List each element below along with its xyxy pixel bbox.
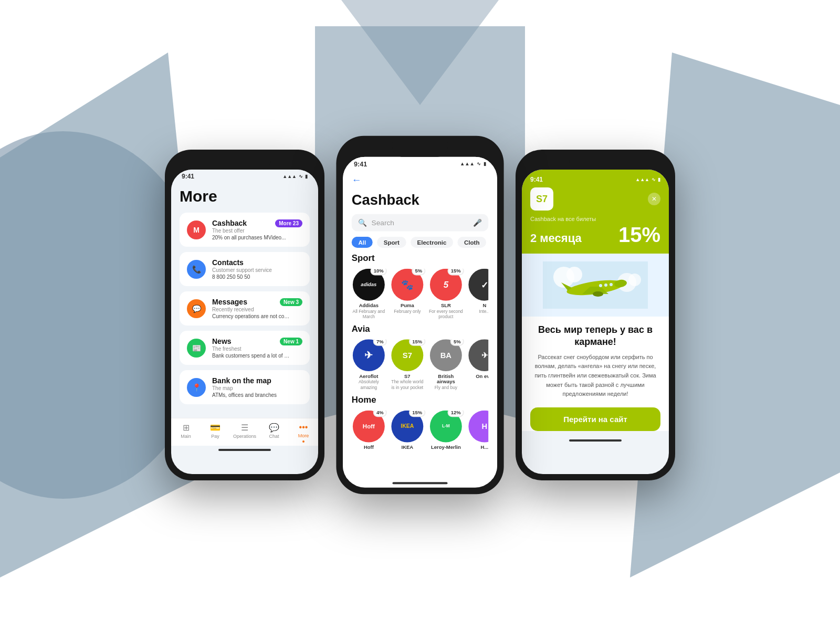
leroy-circle: L-M 12%	[430, 410, 462, 442]
cashback-content: ← Cashback 🔍 Search 🎤 All Sport Electron…	[343, 170, 497, 479]
nav-main[interactable]: ⊞ Main	[171, 423, 201, 443]
puma-item[interactable]: 🐾 5% Puma February only	[390, 269, 424, 320]
home-section: Home Hoff 4% Hoff	[343, 395, 497, 455]
back-button[interactable]: ←	[352, 174, 362, 186]
wifi-icon-3: ∿	[652, 177, 656, 182]
filter-sport[interactable]: Sport	[377, 237, 406, 248]
battery-icon-2: ▮	[484, 161, 486, 167]
s7-offer-row: 2 месяца 15%	[530, 224, 660, 245]
search-icon: 🔍	[358, 218, 367, 227]
contacts-card[interactable]: 📞 Contacts Customer support service 8 80…	[180, 252, 310, 286]
messages-desc: Currency operations are not conducte...	[212, 313, 291, 319]
british-percent: 5%	[450, 339, 464, 346]
nike-item[interactable]: ✓ N Inte...	[467, 269, 488, 320]
leroy-percent: 12%	[447, 410, 464, 417]
british-item[interactable]: BA 5% British airways Fly and buy	[429, 339, 463, 390]
home-indicator-2	[393, 482, 448, 484]
nav-pay[interactable]: 💳 Pay	[201, 423, 230, 443]
search-placeholder: Search	[372, 218, 469, 227]
bank-map-card[interactable]: 📍 Bank on the map The map ATMs, offices …	[180, 370, 310, 404]
cashback-desc: 20% on all purchases MVideo...	[212, 235, 291, 240]
other-home-item[interactable]: H H...	[467, 410, 488, 450]
s7-header: 9:41 ▲▲▲ ∿ ▮ S7 ✕ Cashback на все билеты…	[522, 170, 669, 254]
status-icons-1: ▲▲▲ ∿ ▮	[282, 174, 308, 179]
s7-top-bar: S7 ✕	[530, 187, 660, 211]
other-avia-item[interactable]: ✈ On ev...	[467, 339, 488, 390]
svg-point-13	[599, 284, 602, 287]
signal-icon-3: ▲▲▲	[635, 177, 649, 182]
s7-item[interactable]: S7 15% S7 The whole world is in your poc…	[390, 339, 424, 390]
search-bar[interactable]: 🔍 Search 🎤	[352, 214, 488, 232]
s7-cta-button[interactable]: Перейти на сайт	[530, 407, 660, 431]
news-label: News	[212, 337, 232, 345]
avia-section: Avia ✈ 7% Aeroflot Absolutely amazing	[343, 324, 497, 395]
other-home-name: H...	[480, 445, 488, 450]
cashback-text: Cashback More 23 The best offer 20% on a…	[212, 219, 302, 240]
slr-name: SLR	[441, 303, 451, 309]
more-label: More	[298, 433, 309, 438]
ikea-circle: IKEA 15%	[391, 410, 423, 442]
aeroflot-name: Aeroflot	[359, 373, 378, 379]
bank-map-icon: 📍	[187, 378, 206, 397]
mic-icon: 🎤	[473, 218, 482, 227]
filter-cloth[interactable]: Cloth	[457, 237, 486, 248]
home-indicator-3	[569, 439, 622, 442]
close-button[interactable]: ✕	[648, 193, 660, 205]
sport-section: Sport adidas 10% Addidas All February an…	[343, 253, 497, 324]
leroy-item[interactable]: L-M 12% Leroy-Merlin	[429, 410, 463, 450]
filter-all[interactable]: All	[352, 237, 373, 248]
s7-percent-display: 15%	[618, 224, 660, 245]
bank-map-subtitle: The map	[212, 385, 302, 391]
ikea-percent: 15%	[409, 410, 426, 417]
pay-label: Pay	[211, 434, 219, 439]
news-subtitle: The freshest	[212, 346, 302, 352]
news-card[interactable]: 📰 News New 1 The freshest Bank customers…	[180, 331, 310, 365]
filter-electronic[interactable]: Electronic	[411, 237, 453, 248]
cashback-card[interactable]: M Cashback More 23 The best offer 20% on…	[180, 213, 310, 247]
puma-name: Puma	[401, 303, 414, 309]
messages-card[interactable]: 💬 Messages New 3 Recently received Curre…	[180, 291, 310, 326]
s7-logo: S7	[530, 187, 553, 211]
phone-more: 9:41 ▲▲▲ ∿ ▮ More M Cashback	[165, 150, 324, 480]
leroy-name: Leroy-Merlin	[431, 445, 461, 450]
slr-item[interactable]: 5 15% SLR For every second product	[429, 269, 463, 320]
notch-1	[218, 156, 271, 170]
contacts-desc: 8 800 250 50 50	[212, 274, 291, 280]
plane-illustration	[543, 261, 648, 309]
messages-text: Messages New 3 Recently received Currenc…	[212, 298, 302, 319]
news-desc: Bank customers spend a lot of mone...	[212, 353, 291, 359]
messages-badge: New 3	[280, 298, 302, 306]
svg-point-10	[593, 291, 603, 297]
hoff-percent: 4%	[373, 410, 387, 417]
s7-desc: The whole world is in your pocket	[390, 380, 424, 390]
adidas-percent: 10%	[370, 269, 387, 276]
other-avia-name: On ev...	[476, 373, 488, 379]
adidas-item[interactable]: adidas 10% Addidas All February and Marc…	[352, 269, 386, 320]
hoff-item[interactable]: Hoff 4% Hoff	[352, 410, 386, 450]
more-content: More M Cashback More 23 The best offer 2…	[171, 182, 318, 418]
status-bar-3: 9:41 ▲▲▲ ∿ ▮	[530, 174, 660, 187]
svg-point-11	[610, 283, 613, 286]
nike-name: N	[482, 303, 486, 309]
news-icon: 📰	[187, 339, 206, 358]
battery-icon: ▮	[305, 174, 308, 179]
chat-icon: 💬	[269, 423, 279, 433]
nav-more[interactable]: ••• More	[289, 423, 318, 443]
signal-icon-2: ▲▲▲	[460, 161, 475, 167]
svg-point-3	[566, 267, 582, 282]
hoff-circle: Hoff 4%	[353, 410, 385, 442]
phone-s7: 9:41 ▲▲▲ ∿ ▮ S7 ✕ Cashback на все билеты…	[516, 150, 675, 480]
active-dot	[302, 440, 304, 443]
status-icons-2: ▲▲▲ ∿ ▮	[460, 161, 486, 167]
contacts-icon: 📞	[187, 260, 206, 279]
nav-chat[interactable]: 💬 Chat	[259, 423, 289, 443]
cashback-badge: More 23	[275, 219, 302, 227]
wifi-icon-2: ∿	[477, 161, 481, 167]
plane-section	[522, 254, 669, 317]
operations-icon: ☰	[241, 423, 248, 433]
adidas-name: Addidas	[359, 303, 379, 309]
nav-operations[interactable]: ☰ Operations	[230, 423, 259, 443]
main-icon: ⊞	[183, 423, 190, 433]
ikea-item[interactable]: IKEA 15% IKEA	[390, 410, 424, 450]
aeroflot-item[interactable]: ✈ 7% Aeroflot Absolutely amazing	[352, 339, 386, 390]
